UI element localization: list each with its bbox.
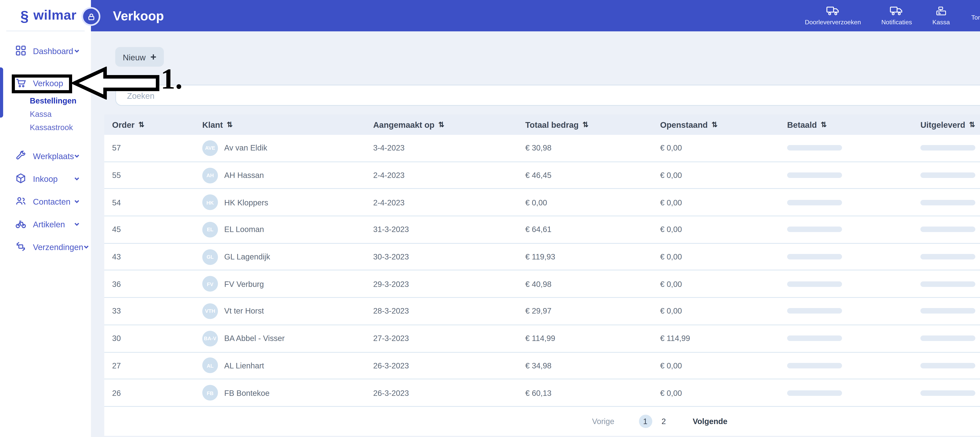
totaal-cell: € 119,93: [517, 253, 652, 261]
sidebar-item-artikelen[interactable]: Artikelen: [0, 213, 91, 235]
uitgeleverd-progress-bar: [920, 145, 975, 151]
order-cell: 57: [104, 144, 194, 152]
table-row[interactable]: 36 FV FV Verburg 29-3-2023 € 40,98 € 0,0…: [104, 271, 980, 298]
table-row[interactable]: 26 FB FB Bontekoe 26-3-2023 € 60,13 € 0,…: [104, 380, 980, 407]
betaald-cell: [779, 172, 913, 178]
totaal-cell: € 64,61: [517, 226, 652, 234]
pagination-previous[interactable]: Vorige: [592, 417, 614, 426]
search-toolbar: ⚙: [115, 85, 980, 106]
table-header-row: Order⇅ Klant⇅ Aangemaakt op⇅ Totaal bedr…: [104, 114, 980, 135]
table-row[interactable]: 55 AH AH Hassan 2-4-2023 € 46,45 € 0,00 …: [104, 162, 980, 189]
customer-name: FV Verburg: [224, 280, 264, 288]
sidebar-item-verzendingen[interactable]: Verzendingen: [0, 235, 91, 258]
column-header-uitgeleverd[interactable]: Uitgeleverd⇅: [913, 120, 980, 129]
table-row[interactable]: 45 EL EL Looman 31-3-2023 € 64,61 € 0,00…: [104, 216, 980, 243]
sidebar-item-label: Artikelen: [33, 219, 74, 229]
openstaand-cell: € 0,00: [652, 144, 779, 152]
order-cell: 54: [104, 198, 194, 207]
uitgeleverd-cell: i: [913, 224, 980, 235]
customer-avatar: EL: [202, 222, 218, 237]
sidebar: § wilmar Dashboard Verkoop Bestellingen …: [0, 0, 91, 437]
openstaand-cell: € 0,00: [652, 198, 779, 207]
top-bar: Verkoop Doorleververzoeken Notificaties …: [91, 0, 980, 31]
uitgeleverd-cell: i: [913, 143, 980, 153]
action-tonen-verbergen[interactable]: Tonen/verbergen van ...: [970, 2, 980, 30]
table-row[interactable]: 43 GL GL Lagendijk 30-3-2023 € 119,93 € …: [104, 243, 980, 271]
totaal-cell: € 30,98: [517, 144, 652, 152]
column-header-aangemaakt-op[interactable]: Aangemaakt op⇅: [365, 120, 517, 129]
action-doorleververzoeken[interactable]: Doorleververzoeken: [805, 5, 861, 26]
uitgeleverd-progress-bar: [920, 281, 975, 287]
brand-logo[interactable]: § wilmar: [0, 0, 91, 24]
sidebar-item-werkplaats[interactable]: Werkplaats: [0, 144, 91, 167]
column-header-klant[interactable]: Klant⇅: [194, 120, 365, 129]
sidebar-item-inkoop[interactable]: Inkoop: [0, 167, 91, 190]
action-kassa[interactable]: Kassa: [932, 5, 950, 26]
column-header-totaal-bedrag[interactable]: Totaal bedrag⇅: [517, 120, 652, 129]
betaald-cell: [779, 336, 913, 341]
totaal-cell: € 114,99: [517, 334, 652, 343]
uitgeleverd-cell: i: [913, 306, 980, 316]
customer-name: AL Lienhart: [224, 361, 264, 370]
table-row[interactable]: 57 AVE Av van Eldik 3-4-2023 € 30,98 € 0…: [104, 135, 980, 162]
betaald-progress-bar: [787, 390, 842, 396]
openstaand-cell: € 0,00: [652, 171, 779, 180]
totaal-cell: € 60,13: [517, 388, 652, 397]
sidebar-lock-toggle[interactable]: [81, 7, 100, 26]
sidebar-item-kassastrook[interactable]: Kassastrook: [30, 121, 91, 134]
totaal-cell: € 34,98: [517, 361, 652, 370]
sidebar-item-kassa[interactable]: Kassa: [30, 107, 91, 121]
klant-cell: AVE Av van Eldik: [194, 140, 365, 156]
column-header-betaald[interactable]: Betaald⇅: [779, 120, 913, 129]
pagination-next[interactable]: Volgende: [693, 417, 727, 426]
action-label: Tonen/verbergen van ...: [970, 14, 980, 30]
openstaand-cell: € 114,99: [652, 334, 779, 343]
customer-name: BA Abbel - Visser: [224, 334, 285, 343]
customer-avatar: HK: [202, 195, 218, 210]
aangemaakt-cell: 26-3-2023: [365, 388, 517, 397]
betaald-cell: [779, 363, 913, 368]
column-header-openstaand[interactable]: Openstaand⇅: [652, 120, 779, 129]
sidebar-item-label: Verzendingen: [33, 242, 83, 251]
table-row[interactable]: 27 AL AL Lienhart 26-3-2023 € 34,98 € 0,…: [104, 352, 980, 380]
chevron-down-icon: [74, 48, 80, 54]
pagination-page-2[interactable]: 2: [659, 417, 668, 426]
aangemaakt-cell: 31-3-2023: [365, 226, 517, 234]
pagination-page-1[interactable]: 1: [639, 415, 652, 428]
sidebar-item-dashboard[interactable]: Dashboard: [0, 39, 91, 62]
aangemaakt-cell: 26-3-2023: [365, 361, 517, 370]
wrench-icon: [15, 150, 27, 162]
notification-truck-icon: [890, 5, 904, 16]
table-row[interactable]: 30 BA-V BA Abbel - Visser 27-3-2023 € 11…: [104, 325, 980, 352]
order-cell: 27: [104, 361, 194, 370]
divider: [6, 30, 85, 31]
sort-icon: ⇅: [969, 121, 975, 129]
box-icon: [15, 172, 27, 184]
column-header-order[interactable]: Order⇅: [104, 120, 194, 129]
betaald-cell: [779, 254, 913, 259]
plus-icon: +: [150, 51, 156, 63]
table-body: 57 AVE Av van Eldik 3-4-2023 € 30,98 € 0…: [104, 135, 980, 407]
pagination-bar: Vorige 1 2 Volgende 10 ▼: [104, 407, 980, 436]
action-notificaties[interactable]: Notificaties: [881, 5, 912, 26]
betaald-progress-bar: [787, 308, 842, 314]
search-input[interactable]: [116, 86, 980, 105]
order-cell: 55: [104, 171, 194, 180]
table-row[interactable]: 33 VTH Vt ter Horst 28-3-2023 € 29,97 € …: [104, 298, 980, 325]
customer-name: GL Lagendijk: [224, 253, 270, 261]
aangemaakt-cell: 2-4-2023: [365, 171, 517, 180]
betaald-cell: [779, 145, 913, 151]
sort-icon: ⇅: [227, 121, 233, 129]
shipping-icon: [15, 241, 27, 253]
new-order-button[interactable]: Nieuw +: [115, 47, 164, 67]
table-row[interactable]: 54 HK HK Kloppers 2-4-2023 € 0,00 € 0,00…: [104, 189, 980, 216]
action-label: Notificaties: [881, 18, 912, 26]
sidebar-item-contacten[interactable]: Contacten: [0, 190, 91, 213]
openstaand-cell: € 0,00: [652, 307, 779, 316]
sort-icon: ⇅: [138, 121, 144, 129]
uitgeleverd-cell: i: [913, 170, 980, 180]
annotation-highlight-box-bestellingen: [12, 75, 72, 93]
aangemaakt-cell: 27-3-2023: [365, 334, 517, 343]
uitgeleverd-progress-bar: [920, 363, 975, 368]
betaald-cell: [779, 200, 913, 205]
